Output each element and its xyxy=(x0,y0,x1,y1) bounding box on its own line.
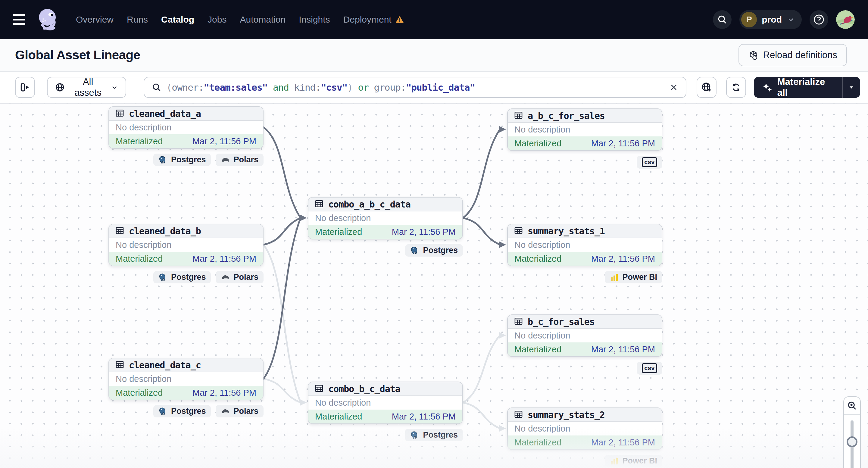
asset-node-combo_b_c_data[interactable]: combo_b_c_data No description Materializ… xyxy=(308,381,463,424)
kind-tag-postgres[interactable]: Postgres xyxy=(405,429,463,441)
postgres-icon xyxy=(158,407,168,416)
materialized-timestamp[interactable]: Mar 2, 11:56 PM xyxy=(192,136,256,146)
materialize-all-button[interactable]: Materialize all xyxy=(754,77,842,98)
materialization-row: Materialized Mar 2, 11:56 PM xyxy=(508,136,662,150)
chevron-down-icon xyxy=(787,15,795,24)
clear-search-icon[interactable] xyxy=(669,83,679,92)
nav-item-jobs[interactable]: Jobs xyxy=(208,14,226,25)
materialization-row: Materialized Mar 2, 11:56 PM xyxy=(508,342,662,356)
query-token: owner: xyxy=(172,82,204,93)
nav-item-label: Deployment xyxy=(343,14,392,25)
zoom-slider-knob[interactable] xyxy=(847,436,858,447)
postgres-icon xyxy=(410,430,420,440)
deployment-initial: P xyxy=(741,12,757,27)
asset-scope-dropdown[interactable]: All assets xyxy=(47,77,126,98)
menu-icon[interactable] xyxy=(13,14,27,25)
kind-tag-label: Polars xyxy=(234,407,258,416)
postgres-icon xyxy=(158,155,168,164)
lineage-toolbar: All assets (owner:"team:sales" and kind:… xyxy=(0,72,868,103)
table-icon xyxy=(314,199,324,210)
materialized-timestamp[interactable]: Mar 2, 11:56 PM xyxy=(591,438,655,447)
help-icon[interactable] xyxy=(810,10,828,29)
materialized-timestamp[interactable]: Mar 2, 11:56 PM xyxy=(192,388,256,398)
kind-tag-polars[interactable]: Polars xyxy=(216,405,264,417)
materialized-timestamp[interactable]: Mar 2, 11:56 PM xyxy=(591,138,655,149)
materialized-timestamp[interactable]: Mar 2, 11:56 PM xyxy=(591,254,655,264)
open-sidebar-button[interactable] xyxy=(15,77,35,98)
asset-node-summary_stats_2[interactable]: summary_stats_2 No description Materiali… xyxy=(507,407,662,450)
nav-item-catalog[interactable]: Catalog xyxy=(161,14,194,25)
asset-node-cleaned_data_c[interactable]: cleaned_data_c No description Materializ… xyxy=(108,358,264,400)
kind-tag-postgres[interactable]: Postgres xyxy=(153,405,211,417)
asset-node-cleaned_data_b[interactable]: cleaned_data_b No description Materializ… xyxy=(108,224,264,266)
asset-kind-tags: Postgres xyxy=(308,244,463,257)
nav-item-automation[interactable]: Automation xyxy=(240,14,285,25)
nav-item-deployment[interactable]: Deployment xyxy=(343,14,404,25)
asset-name: summary_stats_2 xyxy=(528,410,605,420)
polars-icon xyxy=(221,155,230,164)
reload-definitions-button[interactable]: Reload definitions xyxy=(739,44,847,66)
materialized-status: Materialized xyxy=(515,138,561,149)
kind-tag-csv[interactable]: csv xyxy=(637,156,662,169)
materialization-row: Materialized Mar 2, 11:56 PM xyxy=(508,252,662,266)
kind-tag-label: Postgres xyxy=(171,155,206,164)
asset-kind-tags: Power BI xyxy=(507,455,662,467)
materialized-timestamp[interactable]: Mar 2, 11:56 PM xyxy=(392,227,456,237)
query-token: and xyxy=(268,82,294,93)
kind-tag-polars[interactable]: Polars xyxy=(216,154,264,166)
asset-name: cleaned_data_a xyxy=(129,108,201,119)
edge-arrowhead-icon xyxy=(300,399,307,406)
kind-tag-postgres[interactable]: Postgres xyxy=(153,271,211,283)
zoom-in-button[interactable] xyxy=(844,397,860,414)
kind-tag-polars[interactable]: Polars xyxy=(216,271,264,283)
lineage-canvas[interactable]: cleaned_data_a No description Materializ… xyxy=(0,103,868,468)
materialized-status: Materialized xyxy=(116,388,163,398)
nav-item-overview[interactable]: Overview xyxy=(76,14,114,25)
materialized-timestamp[interactable]: Mar 2, 11:56 PM xyxy=(392,412,456,422)
materialization-row: Materialized Mar 2, 11:56 PM xyxy=(308,225,462,239)
materialization-row: Materialized Mar 2, 11:56 PM xyxy=(109,134,263,148)
asset-name: cleaned_data_c xyxy=(129,360,201,370)
dagster-logo-icon[interactable] xyxy=(35,6,63,33)
asset-node-a_b_c_for_sales[interactable]: a_b_c_for_sales No description Materiali… xyxy=(507,108,662,151)
asset-selection-query: (owner:"team:sales" and kind:"csv") or g… xyxy=(166,82,664,93)
kind-tag-powerbi[interactable]: Power BI xyxy=(605,271,662,283)
asset-name: combo_a_b_c_data xyxy=(328,199,410,210)
asset-name: cleaned_data_b xyxy=(129,226,201,237)
postgres-icon xyxy=(410,246,420,255)
lineage-edge xyxy=(264,218,301,245)
zoom-panel xyxy=(843,396,861,468)
asset-node-summary_stats_1[interactable]: summary_stats_1 No description Materiali… xyxy=(507,224,662,266)
kind-tag-powerbi[interactable]: Power BI xyxy=(605,455,662,467)
kind-tag-postgres[interactable]: Postgres xyxy=(153,154,211,166)
save-selection-button[interactable] xyxy=(696,77,716,98)
polars-icon xyxy=(221,273,230,282)
user-avatar[interactable] xyxy=(836,10,855,29)
nav-item-runs[interactable]: Runs xyxy=(127,14,148,25)
asset-node-b_c_for_sales[interactable]: b_c_for_sales No description Materialize… xyxy=(507,314,662,357)
asset-kind-tags: Power BI xyxy=(507,271,662,283)
reload-code-location-icon xyxy=(748,50,758,60)
asset-kind-tags: csv xyxy=(507,362,662,375)
materialize-options-button[interactable] xyxy=(842,77,860,98)
asset-search-input[interactable]: (owner:"team:sales" and kind:"csv") or g… xyxy=(144,77,686,98)
refresh-icon[interactable] xyxy=(726,77,746,98)
search-icon[interactable] xyxy=(713,10,732,29)
deployment-switcher[interactable]: P prod xyxy=(739,10,802,29)
asset-kind-tags: csv xyxy=(507,156,662,169)
asset-description: No description xyxy=(109,121,263,134)
kind-tag-csv[interactable]: csv xyxy=(637,362,662,375)
lineage-edge xyxy=(264,127,301,218)
search-icon xyxy=(152,82,162,92)
asset-name: combo_b_c_data xyxy=(328,384,400,394)
materialized-timestamp[interactable]: Mar 2, 11:56 PM xyxy=(192,254,256,264)
materialized-status: Materialized xyxy=(515,438,561,447)
kind-tag-postgres[interactable]: Postgres xyxy=(405,244,463,257)
materialized-timestamp[interactable]: Mar 2, 11:56 PM xyxy=(591,345,655,354)
asset-node-combo_a_b_c_data[interactable]: combo_a_b_c_data No description Material… xyxy=(308,197,463,240)
kind-tag-label: Postgres xyxy=(171,273,206,282)
edge-arrowhead-icon xyxy=(499,425,506,432)
asset-node-cleaned_data_a[interactable]: cleaned_data_a No description Materializ… xyxy=(108,106,264,149)
nav-item-insights[interactable]: Insights xyxy=(299,14,330,25)
zoom-slider[interactable] xyxy=(844,415,860,468)
